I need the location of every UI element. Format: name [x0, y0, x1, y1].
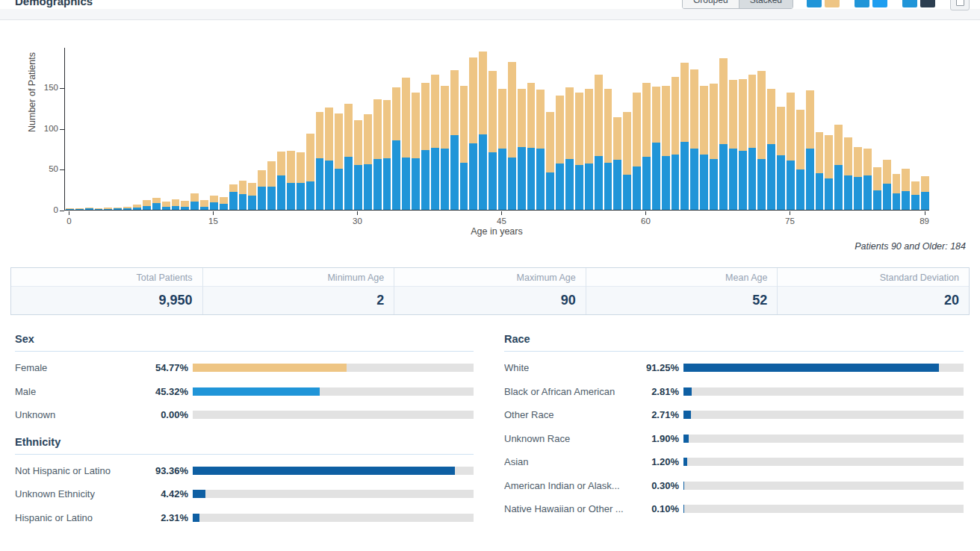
age-bar-73[interactable]: [767, 48, 775, 210]
age-bar-86[interactable]: [893, 48, 901, 210]
age-bar-70[interactable]: [739, 48, 747, 210]
age-bar-43[interactable]: [479, 48, 487, 210]
age-bar-14[interactable]: [200, 48, 208, 210]
age-bar-1[interactable]: [75, 48, 84, 210]
age-bar-55[interactable]: [595, 48, 603, 210]
age-bar-50[interactable]: [546, 48, 554, 210]
age-bar-13[interactable]: [190, 48, 199, 210]
age-bar-26[interactable]: [316, 48, 324, 210]
age-bar-64[interactable]: [680, 48, 689, 210]
age-bar-47[interactable]: [518, 48, 526, 210]
age-bar-54[interactable]: [585, 48, 593, 210]
age-bar-11[interactable]: [172, 48, 180, 210]
age-bar-7[interactable]: [133, 48, 141, 210]
age-bar-58[interactable]: [623, 48, 631, 210]
age-bar-36[interactable]: [412, 48, 420, 210]
age-bar-68[interactable]: [719, 48, 728, 210]
age-bar-48[interactable]: [527, 48, 536, 210]
age-bar-56[interactable]: [604, 48, 612, 210]
age-bar-34[interactable]: [392, 48, 400, 210]
age-bar-38[interactable]: [431, 48, 439, 210]
age-bar-19[interactable]: [248, 48, 256, 210]
age-bar-69[interactable]: [729, 48, 737, 210]
age-bar-3[interactable]: [95, 48, 103, 210]
age-bar-75[interactable]: [787, 48, 795, 210]
age-bar-22[interactable]: [277, 48, 285, 210]
age-bar-89[interactable]: [921, 48, 929, 210]
age-bar-72[interactable]: [757, 48, 766, 210]
age-bar-28[interactable]: [335, 48, 343, 210]
age-bar-66[interactable]: [700, 48, 708, 210]
age-bar-61[interactable]: [652, 48, 660, 210]
age-bar-76[interactable]: [796, 48, 804, 210]
age-bar-21[interactable]: [267, 48, 276, 210]
age-bar-9[interactable]: [152, 48, 161, 210]
age-bar-35[interactable]: [402, 48, 410, 210]
age-bar-39[interactable]: [441, 48, 449, 210]
age-bar-78[interactable]: [816, 48, 824, 210]
age-bar-16[interactable]: [220, 48, 228, 210]
age-bar-67[interactable]: [710, 48, 718, 210]
age-bar-15[interactable]: [210, 48, 218, 210]
age-bar-77[interactable]: [806, 48, 814, 210]
export-button[interactable]: [950, 0, 970, 10]
age-bar-83[interactable]: [863, 48, 872, 210]
age-bar-49[interactable]: [536, 48, 545, 210]
age-bar-23[interactable]: [287, 48, 295, 210]
age-bar-45[interactable]: [498, 48, 506, 210]
age-bar-18[interactable]: [239, 48, 247, 210]
age-bar-24[interactable]: [297, 48, 305, 210]
age-bar-32[interactable]: [373, 48, 382, 210]
age-bar-6[interactable]: [123, 48, 131, 210]
age-bar-42[interactable]: [469, 48, 477, 210]
palette-swatch[interactable]: [902, 0, 917, 7]
grouped-button[interactable]: Grouped: [683, 0, 739, 9]
age-bar-40[interactable]: [450, 48, 459, 210]
age-bar-33[interactable]: [383, 48, 391, 210]
age-bar-59[interactable]: [633, 48, 641, 210]
age-bar-41[interactable]: [460, 48, 468, 210]
stacked-button[interactable]: Stacked: [739, 0, 793, 9]
age-bar-46[interactable]: [508, 48, 516, 210]
age-bar-74[interactable]: [777, 48, 785, 210]
age-bar-5[interactable]: [114, 48, 122, 210]
age-bar-37[interactable]: [421, 48, 429, 210]
age-bar-65[interactable]: [690, 48, 698, 210]
percent-bar-track: [193, 467, 474, 475]
age-bar-80[interactable]: [834, 48, 843, 210]
age-bar-44[interactable]: [489, 48, 497, 210]
age-bar-57[interactable]: [613, 48, 621, 210]
age-bar-84[interactable]: [873, 48, 881, 210]
palette-swatch[interactable]: [872, 0, 887, 7]
age-bar-27[interactable]: [325, 48, 333, 210]
age-bar-85[interactable]: [883, 48, 891, 210]
age-bar-87[interactable]: [902, 48, 910, 210]
palette-swatch[interactable]: [920, 0, 935, 7]
age-bar-60[interactable]: [642, 48, 651, 210]
age-bar-31[interactable]: [364, 48, 372, 210]
age-bar-62[interactable]: [662, 48, 670, 210]
age-bar-82[interactable]: [854, 48, 862, 210]
age-bar-8[interactable]: [143, 48, 151, 210]
palette-swatch[interactable]: [855, 0, 869, 7]
age-bar-88[interactable]: [911, 48, 919, 210]
age-bar-52[interactable]: [565, 48, 574, 210]
age-bar-79[interactable]: [825, 48, 833, 210]
age-bar-53[interactable]: [575, 48, 583, 210]
palette-swatch[interactable]: [807, 0, 822, 7]
age-bar-10[interactable]: [162, 48, 170, 210]
age-bar-25[interactable]: [306, 48, 314, 210]
age-bar-20[interactable]: [258, 48, 266, 210]
age-bar-4[interactable]: [104, 48, 112, 210]
age-bar-51[interactable]: [556, 48, 564, 210]
age-bar-12[interactable]: [181, 48, 189, 210]
age-bar-0[interactable]: [66, 48, 74, 210]
age-bar-81[interactable]: [844, 48, 852, 210]
palette-swatch[interactable]: [825, 0, 840, 7]
age-bar-17[interactable]: [229, 48, 238, 210]
age-bar-30[interactable]: [354, 48, 362, 210]
age-bar-2[interactable]: [85, 48, 93, 210]
age-bar-71[interactable]: [748, 48, 757, 210]
age-bar-63[interactable]: [672, 48, 680, 210]
age-bar-29[interactable]: [344, 48, 353, 210]
